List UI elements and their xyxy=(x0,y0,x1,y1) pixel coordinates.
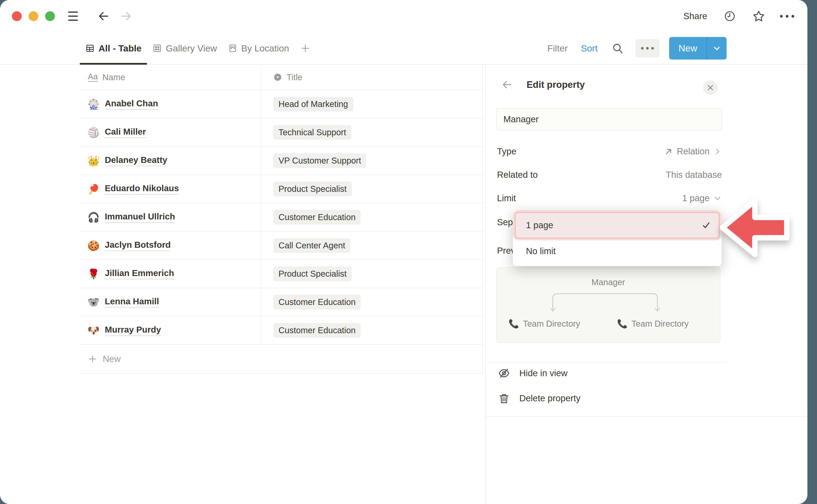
table-row[interactable]: 🏓 Eduardo Nikolaus Product Specialist xyxy=(80,175,483,203)
database-table: Aa Name Title 🎡 Anabel Chan Head of Mark… xyxy=(80,65,483,374)
dropdown-option-1-page[interactable]: 1 page xyxy=(516,213,719,238)
page-emoji-icon: 🐶 xyxy=(87,326,100,335)
table-row[interactable]: 🍪 Jaclyn Botsford Call Center Agent xyxy=(80,232,483,260)
title-cell[interactable]: Customer Education xyxy=(261,288,483,316)
title-tag: Product Specialist xyxy=(273,182,352,196)
more-view-options-button[interactable] xyxy=(636,39,659,57)
page-name-link[interactable]: Cali Miller xyxy=(105,127,146,138)
name-cell[interactable]: 🐨 Lenna Hamill xyxy=(80,288,261,316)
chevron-down-icon xyxy=(713,194,722,203)
panel-divider xyxy=(487,362,727,362)
page-name-link[interactable]: Anabel Chan xyxy=(105,98,158,110)
table-row[interactable]: 👑 Delaney Beatty VP Customer Support xyxy=(80,147,483,175)
column-header-name[interactable]: Aa Name xyxy=(80,65,261,90)
favorite-star-icon[interactable] xyxy=(752,10,765,23)
table-header-row: Aa Name Title xyxy=(80,65,483,90)
property-row-type[interactable]: Type Relation xyxy=(497,141,722,162)
property-name-input[interactable]: Manager xyxy=(496,108,722,131)
sort-button[interactable]: Sort xyxy=(581,43,598,54)
preview-child-label: Team Directory xyxy=(632,319,689,329)
table-row[interactable]: 🎧 Immanuel Ullrich Customer Education xyxy=(80,203,483,232)
name-cell[interactable]: 🏐 Cali Miller xyxy=(80,118,261,146)
back-arrow-icon[interactable] xyxy=(97,10,110,22)
page-emoji-icon: 🎧 xyxy=(87,212,100,222)
property-label: Limit xyxy=(497,193,516,203)
select-property-icon xyxy=(273,73,282,81)
window-controls xyxy=(12,11,55,21)
tab-by-location[interactable]: By Location xyxy=(222,32,295,64)
minimize-window-button[interactable] xyxy=(28,11,38,21)
menu-icon[interactable] xyxy=(68,11,78,21)
page-name-link[interactable]: Lenna Hamill xyxy=(105,296,159,308)
title-cell[interactable]: Customer Education xyxy=(261,203,483,231)
tab-all-table[interactable]: All - Table xyxy=(80,32,147,64)
column-header-title[interactable]: Title xyxy=(261,65,483,90)
name-cell[interactable]: 👑 Delaney Beatty xyxy=(80,147,261,175)
chevron-right-icon xyxy=(713,147,722,156)
title-cell[interactable]: Call Center Agent xyxy=(261,232,483,259)
table-row[interactable]: 🐨 Lenna Hamill Customer Education xyxy=(80,288,483,316)
tab-label: All - Table xyxy=(98,43,141,54)
page-name-link[interactable]: Eduardo Nikolaus xyxy=(105,183,179,195)
tab-gallery-view[interactable]: Gallery View xyxy=(147,32,222,64)
filter-button[interactable]: Filter xyxy=(548,43,568,54)
table-row[interactable]: 🎡 Anabel Chan Head of Marketing xyxy=(80,90,483,118)
close-window-button[interactable] xyxy=(12,11,22,21)
title-tag: Customer Education xyxy=(273,323,360,338)
clipped-separate-label: Sep xyxy=(497,217,513,227)
edit-property-panel: Edit property Manager Type Relation Rela… xyxy=(486,65,807,504)
property-label: Related to xyxy=(497,170,538,180)
delete-property-button[interactable]: Delete property xyxy=(498,389,711,408)
history-clock-icon[interactable] xyxy=(724,10,736,22)
page-name-link[interactable]: Jillian Emmerich xyxy=(105,268,174,279)
title-tag: Technical Support xyxy=(273,125,351,140)
title-cell[interactable]: Head of Marketing xyxy=(261,90,483,118)
panel-back-arrow-icon[interactable] xyxy=(502,79,513,90)
tab-label: By Location xyxy=(241,43,289,54)
name-cell[interactable]: 🎧 Immanuel Ullrich xyxy=(80,203,261,231)
new-button[interactable]: New xyxy=(669,37,727,60)
table-row[interactable]: 🐶 Murray Purdy Customer Education xyxy=(80,316,483,345)
title-tag: Customer Education xyxy=(273,295,360,309)
page-name-link[interactable]: Murray Purdy xyxy=(105,325,161,336)
title-cell[interactable]: Customer Education xyxy=(261,316,483,344)
title-tag: Head of Marketing xyxy=(273,97,353,111)
title-tag: Call Center Agent xyxy=(273,238,350,253)
zoom-window-button[interactable] xyxy=(45,11,55,21)
name-cell[interactable]: 🏓 Eduardo Nikolaus xyxy=(80,175,261,203)
forward-arrow-icon[interactable] xyxy=(120,10,132,22)
branch-arrows-graphic xyxy=(550,291,660,313)
checkmark-icon xyxy=(701,220,711,230)
active-tab-underline xyxy=(80,63,147,65)
name-cell[interactable]: 🎡 Anabel Chan xyxy=(80,90,261,118)
title-tag: Customer Education xyxy=(273,210,360,225)
page-emoji-icon: 🍪 xyxy=(87,241,100,251)
hide-in-view-button[interactable]: Hide in view xyxy=(498,364,711,383)
share-button[interactable]: Share xyxy=(683,11,707,21)
title-cell[interactable]: Product Specialist xyxy=(261,260,483,288)
add-view-plus-icon[interactable] xyxy=(300,43,310,53)
new-button-chevron-down-icon[interactable] xyxy=(707,37,727,60)
table-row[interactable]: 🌹 Jillian Emmerich Product Specialist xyxy=(80,260,483,288)
title-cell[interactable]: Product Specialist xyxy=(261,175,483,203)
new-button-label[interactable]: New xyxy=(669,37,707,60)
property-row-related-to[interactable]: Related to This database xyxy=(497,165,722,185)
search-icon[interactable] xyxy=(612,42,624,54)
page-emoji-icon: 🌹 xyxy=(87,269,100,279)
new-row-button[interactable]: New xyxy=(80,345,483,373)
dropdown-option-no-limit[interactable]: No limit xyxy=(516,239,719,263)
plus-icon xyxy=(88,354,97,364)
more-options-icon[interactable] xyxy=(780,15,794,18)
name-cell[interactable]: 🐶 Murray Purdy xyxy=(80,316,261,344)
page-emoji-icon: 🏐 xyxy=(87,128,100,137)
page-name-link[interactable]: Jaclyn Botsford xyxy=(105,240,171,251)
property-row-limit[interactable]: Limit 1 page xyxy=(497,188,722,208)
title-cell[interactable]: VP Customer Support xyxy=(261,147,483,175)
page-name-link[interactable]: Delaney Beatty xyxy=(105,155,167,166)
page-name-link[interactable]: Immanuel Ullrich xyxy=(105,212,175,223)
title-cell[interactable]: Technical Support xyxy=(261,118,483,146)
table-row[interactable]: 🏐 Cali Miller Technical Support xyxy=(80,118,483,147)
panel-close-button[interactable] xyxy=(703,80,718,95)
name-cell[interactable]: 🍪 Jaclyn Botsford xyxy=(80,232,261,259)
name-cell[interactable]: 🌹 Jillian Emmerich xyxy=(80,260,261,288)
